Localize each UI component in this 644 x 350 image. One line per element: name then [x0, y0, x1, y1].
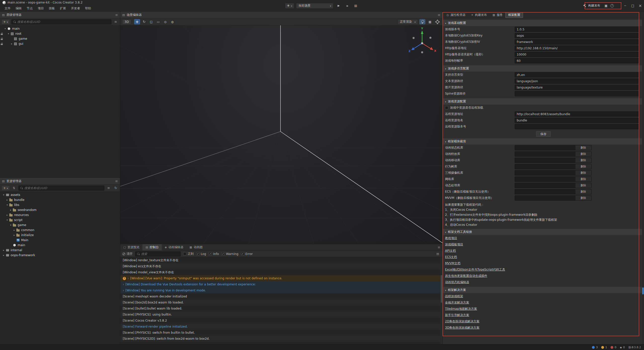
panel-menu-icon[interactable] — [115, 13, 118, 17]
doc-link[interactable]: 动画状态机编辑器 — [445, 280, 469, 284]
clear-console-button[interactable]: 清空 — [122, 252, 133, 256]
sort-assets-button[interactable] — [11, 186, 17, 191]
asset-node[interactable]: bundle — [0, 197, 120, 202]
package-button[interactable] — [603, 3, 609, 9]
log-entry[interactable]: [Scene] [bullet]:bullet wasm lib loaded. — [120, 305, 442, 312]
assets-search-input[interactable] — [24, 186, 103, 190]
property-input[interactable] — [515, 111, 639, 117]
panel-menu-icon[interactable] — [438, 13, 440, 17]
build-publish-button[interactable]: 构建发布 — [580, 3, 603, 9]
menu-item[interactable]: 面板 — [46, 5, 57, 12]
console-search-box[interactable] — [135, 251, 181, 256]
expand-chevron-icon[interactable] — [2, 249, 5, 251]
rotate-tool-button[interactable] — [141, 19, 147, 24]
assets-tree[interactable]: assets bundle — [0, 192, 120, 344]
property-input[interactable] — [515, 85, 639, 90]
hierarchy-node[interactable]: root — [0, 31, 120, 36]
help-button[interactable]: ? — [609, 3, 615, 9]
section-header-solutions[interactable]: 框架解决方案 — [443, 287, 644, 293]
property-input[interactable] — [515, 78, 639, 84]
checkbox-box[interactable] — [241, 252, 244, 255]
section-header-modules[interactable]: 框架模块裁剪 — [443, 138, 644, 145]
asset-node[interactable]: oops-framework — [0, 253, 120, 258]
task-count[interactable]: 0 — [620, 346, 625, 349]
section-header-resources[interactable]: 游戏资源配置 — [443, 98, 644, 105]
assets-filter-button[interactable] — [106, 186, 111, 191]
checkbox-box[interactable] — [221, 252, 225, 255]
asset-node[interactable]: internal — [0, 248, 120, 253]
solution-link[interactable]: 3D角色扮演游戏解决方案 — [445, 326, 479, 330]
checkbox-box[interactable] — [209, 252, 212, 255]
log-expand-chevron-icon[interactable] — [128, 277, 129, 280]
render-mode-select[interactable]: 正常渲染 — [397, 19, 418, 24]
log-filter-checkbox[interactable]: Info — [209, 252, 219, 256]
play-button[interactable] — [335, 3, 342, 9]
maximize-button[interactable] — [629, 2, 636, 10]
hierarchy-node[interactable]: main — [0, 26, 120, 31]
log-entry[interactable]: [Scene] Forward render pipeline initiali… — [120, 324, 442, 330]
console-tab[interactable]: 资源预览 — [120, 244, 142, 250]
delete-module-button[interactable]: 删除 — [575, 164, 592, 169]
add-asset-button[interactable]: + — [2, 186, 10, 191]
3d-mode-button[interactable]: 3D — [122, 19, 131, 24]
log-filter-checkbox[interactable]: Error — [241, 252, 253, 256]
minimize-button[interactable] — [621, 2, 629, 10]
doc-link[interactable]: API文档 — [445, 249, 456, 253]
property-input[interactable] — [515, 118, 639, 123]
doc-link[interactable]: ECS文档 — [445, 255, 457, 259]
property-input[interactable] — [515, 52, 639, 57]
log-entry[interactable]: [Scene] [PHYSICS]: switch from builtin t… — [120, 330, 442, 336]
delete-module-button[interactable]: 删除 — [575, 183, 592, 188]
hierarchy-node[interactable]: gui — [0, 41, 120, 46]
log-expand-chevron-icon[interactable] — [123, 283, 124, 286]
add-node-button[interactable]: + — [2, 19, 10, 24]
scene-settings-button[interactable] — [434, 19, 440, 24]
expand-chevron-icon[interactable] — [2, 254, 5, 256]
coordinate-space-button[interactable] — [169, 19, 175, 24]
panel-menu-icon[interactable] — [435, 244, 442, 250]
property-input[interactable] — [515, 39, 639, 45]
lock-icon[interactable] — [0, 37, 4, 41]
menu-item[interactable]: 扩展 — [57, 5, 68, 12]
assets-search-box[interactable] — [18, 186, 104, 191]
log-entry[interactable]: [Scene] [box2d]:box2d wasm lib loaded. — [120, 299, 442, 305]
checkbox-box[interactable] — [183, 252, 186, 255]
expand-chevron-icon[interactable] — [9, 224, 12, 226]
console-log-area[interactable]: [Window] render_texture文件夹不存在 [Window] e… — [120, 257, 442, 344]
asset-node[interactable]: Main — [0, 238, 120, 243]
doc-link[interactable]: 游戏模板项目 — [445, 242, 463, 247]
asset-node[interactable]: assets — [0, 192, 120, 197]
expand-chevron-icon[interactable] — [6, 204, 9, 206]
inspector-scrollbar[interactable] — [642, 18, 644, 344]
doc-link[interactable]: Excel格式转Json文件与TypeScript代码工具 — [445, 268, 505, 272]
property-input[interactable] — [515, 72, 639, 77]
solution-link[interactable]: 新手引导解决方案 — [445, 313, 469, 317]
inspector-tab[interactable]: 框架配置 — [505, 12, 523, 18]
panel-menu-icon[interactable] — [115, 179, 118, 183]
log-expand-chevron-icon[interactable] — [123, 289, 124, 292]
expand-chevron-icon[interactable] — [6, 199, 9, 201]
console-scrollbar[interactable] — [440, 257, 442, 344]
expand-chevron-icon[interactable] — [4, 27, 7, 30]
menu-item[interactable]: 编辑 — [13, 5, 24, 12]
section-header-docs[interactable]: 框架文档工具链接 — [443, 229, 644, 235]
rect-tool-button[interactable] — [155, 19, 161, 24]
delete-module-button[interactable]: 删除 — [575, 145, 592, 150]
preview-platform-button[interactable] — [285, 3, 294, 9]
inspector-tab[interactable]: 构建发布 — [468, 12, 490, 18]
delete-module-button[interactable]: 删除 — [575, 158, 592, 163]
menu-item[interactable]: 文件 — [2, 5, 13, 12]
pivot-toggle-button[interactable] — [162, 19, 168, 24]
delete-module-button[interactable]: 删除 — [575, 151, 592, 157]
log-entry[interactable]: [Window] ecs文件夹不存在 — [120, 263, 442, 269]
console-tab[interactable]: 控制台 — [142, 244, 162, 250]
hierarchy-search-box[interactable] — [11, 19, 111, 24]
checkbox-box[interactable] — [196, 252, 199, 255]
solution-link[interactable]: Tiledmap地图解决方案 — [445, 307, 477, 311]
property-input[interactable] — [515, 124, 639, 129]
grid-toggle-button[interactable] — [427, 19, 433, 24]
expand-chevron-icon[interactable] — [13, 229, 16, 231]
warning-count[interactable]: 1 — [601, 346, 607, 349]
expand-chevron-icon[interactable] — [6, 219, 9, 221]
delete-module-button[interactable]: 删除 — [575, 195, 592, 201]
